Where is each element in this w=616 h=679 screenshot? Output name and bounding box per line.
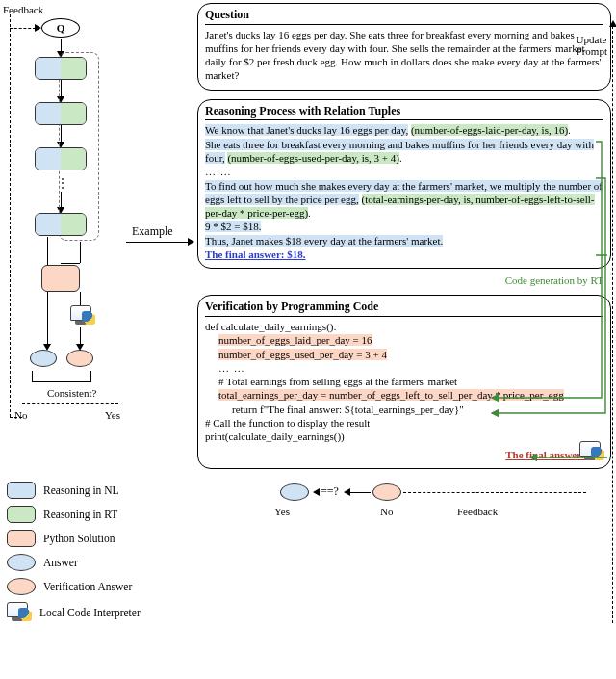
right-column: Question Janet's ducks lay 16 eggs per d… (197, 3, 611, 520)
bf-arr-l2 (344, 488, 350, 496)
r1-rt: (number-of-eggs-laid-per-day, is, 16) (411, 124, 568, 136)
update-prompt-head (609, 20, 616, 27)
legend-ans: Answer (43, 556, 78, 570)
feedback-arrow-head (35, 24, 41, 32)
answer-node (30, 350, 57, 367)
left-flow-column: Feedback Q ⋮ C (3, 3, 191, 675)
reasoning-step-2 (35, 102, 87, 125)
r1-nl: We know that Janet's ducks lay 16 eggs p… (205, 124, 408, 136)
r-calc: 9 * $2 = $18. (205, 221, 261, 232)
reasoning-step-n (35, 213, 87, 236)
example-arrow-head (188, 238, 194, 246)
bf-feed-line (403, 492, 586, 493)
verification-body: def calculate_daily_earnings(): number_o… (205, 316, 603, 461)
reasoning-step-3 (35, 147, 87, 170)
consistent-label: Consistent? (47, 386, 96, 400)
arrR1 (80, 242, 81, 263)
reasoning-step-1 (35, 57, 87, 80)
reasoning-body: We know that Janet's ducks lay 16 eggs p… (205, 119, 603, 261)
no-label: No (14, 408, 27, 422)
update-prompt-label: Update Prompt (577, 34, 607, 57)
legend-interp: Local Code Interpreter (39, 606, 141, 620)
bf-feedback-label: Feedback (457, 505, 498, 518)
legend-ver: Verification Answer (43, 580, 132, 594)
v-l6: total_earnings_per_day = number_of_eggs_… (218, 389, 564, 401)
verification-panel: Verification by Programming Code def cal… (197, 295, 611, 469)
legend-rt-swatch (7, 506, 36, 523)
v-l3: number_of_eggs_used_per_day = 3 + 4 (218, 349, 387, 360)
r-dots: … … (205, 166, 232, 177)
arrP (80, 292, 81, 305)
bf-answer (280, 483, 309, 501)
yesno-line (22, 403, 118, 404)
interpreter-icon-left (70, 305, 95, 326)
legend-interp-swatch (7, 602, 32, 623)
bf-arr-l (313, 488, 320, 496)
legend-nl: Reasoning in NL (43, 483, 119, 498)
r-concl: Thus, Janet makes $18 every day at the f… (205, 235, 443, 247)
verification-answer-node (66, 350, 93, 367)
legend-ver-swatch (7, 578, 36, 595)
bf-line-r (349, 492, 371, 493)
bf-verification (372, 483, 401, 501)
v-l2: number_of_eggs_laid_per_day = 16 (218, 334, 372, 346)
reasoning-final: The final answer: $18. (205, 248, 306, 260)
legend-py-swatch (7, 530, 36, 547)
compare-bracket (32, 371, 91, 382)
v-l4: … … (205, 361, 603, 375)
question-body: Janet's ducks lay 16 eggs per day. She e… (205, 24, 603, 83)
yes-label: Yes (105, 408, 120, 422)
bottom-compare-flow: ==? Yes No Feedback (197, 478, 611, 520)
v-l7: return f"The final answer: ${total_earni… (205, 403, 603, 416)
flow-diagram: Feedback Q ⋮ C (3, 3, 191, 456)
reasoning-panel: Reasoning Process with Relation Tuples W… (197, 99, 611, 270)
bf-no: No (380, 505, 393, 518)
q-node: Q (41, 18, 80, 38)
arrL (47, 237, 48, 348)
feedback-dash-v (10, 14, 11, 417)
codegen-label: Code generation by RT (505, 274, 603, 287)
interpreter-icon-right (579, 441, 604, 462)
bf-yes: Yes (274, 505, 290, 518)
legend-nl-swatch (7, 482, 36, 499)
between-panels: Code generation by RT (197, 277, 611, 295)
legend-ans-swatch (7, 554, 36, 571)
r2-rt: (number-of-eggs-used-per-day, is, 3 + 4) (227, 152, 399, 164)
legend-py: Python Solution (43, 532, 115, 546)
legend: Reasoning in NL Reasoning in RT Python S… (7, 475, 141, 630)
arrR1m (61, 263, 80, 264)
v-l1: def calculate_daily_earnings(): (205, 321, 337, 332)
legend-rt: Reasoning in RT (43, 508, 117, 522)
example-arrow (126, 242, 190, 243)
v-l9: print(calculate_daily_earnings()) (205, 431, 345, 442)
v-l8: # Call the function to display the resul… (205, 417, 370, 429)
reasoning-title: Reasoning Process with Relation Tuples (205, 104, 603, 119)
example-label: Example (132, 224, 173, 240)
update-prompt-line (612, 26, 613, 623)
v-l5: # Total earnings from selling eggs at th… (205, 375, 603, 388)
question-title: Question (205, 8, 603, 23)
python-solution-node (41, 265, 80, 292)
bf-eq-label: ==? (321, 484, 339, 500)
question-panel: Question Janet's ducks lay 16 eggs per d… (197, 3, 611, 91)
feedback-dash-top (10, 28, 36, 29)
verification-title: Verification by Programming Code (205, 300, 603, 315)
